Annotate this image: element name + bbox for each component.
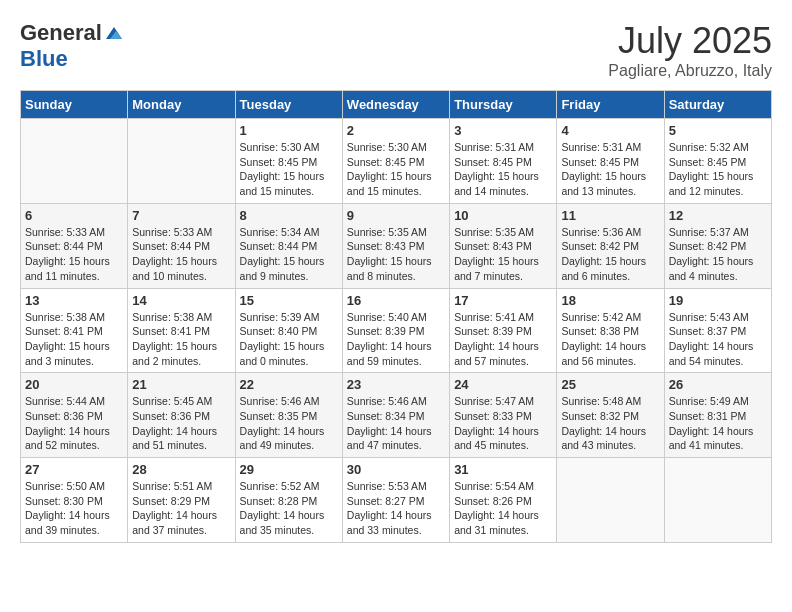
- calendar-cell: 30Sunrise: 5:53 AMSunset: 8:27 PMDayligh…: [342, 458, 449, 543]
- calendar-cell: 10Sunrise: 5:35 AMSunset: 8:43 PMDayligh…: [450, 203, 557, 288]
- day-info: Sunrise: 5:49 AMSunset: 8:31 PMDaylight:…: [669, 394, 767, 453]
- calendar-cell: 17Sunrise: 5:41 AMSunset: 8:39 PMDayligh…: [450, 288, 557, 373]
- title-section: July 2025 Pagliare, Abruzzo, Italy: [608, 20, 772, 80]
- calendar-cell: 29Sunrise: 5:52 AMSunset: 8:28 PMDayligh…: [235, 458, 342, 543]
- day-number: 19: [669, 293, 767, 308]
- day-info: Sunrise: 5:40 AMSunset: 8:39 PMDaylight:…: [347, 310, 445, 369]
- calendar-cell: 12Sunrise: 5:37 AMSunset: 8:42 PMDayligh…: [664, 203, 771, 288]
- logo: General Blue: [20, 20, 124, 72]
- calendar-cell: 19Sunrise: 5:43 AMSunset: 8:37 PMDayligh…: [664, 288, 771, 373]
- day-number: 15: [240, 293, 338, 308]
- calendar-week-row: 6Sunrise: 5:33 AMSunset: 8:44 PMDaylight…: [21, 203, 772, 288]
- day-number: 27: [25, 462, 123, 477]
- day-info: Sunrise: 5:38 AMSunset: 8:41 PMDaylight:…: [132, 310, 230, 369]
- calendar-cell: [21, 119, 128, 204]
- calendar-cell: 15Sunrise: 5:39 AMSunset: 8:40 PMDayligh…: [235, 288, 342, 373]
- day-number: 11: [561, 208, 659, 223]
- calendar-cell: 18Sunrise: 5:42 AMSunset: 8:38 PMDayligh…: [557, 288, 664, 373]
- calendar-cell: 7Sunrise: 5:33 AMSunset: 8:44 PMDaylight…: [128, 203, 235, 288]
- calendar-cell: 27Sunrise: 5:50 AMSunset: 8:30 PMDayligh…: [21, 458, 128, 543]
- day-info: Sunrise: 5:36 AMSunset: 8:42 PMDaylight:…: [561, 225, 659, 284]
- logo-blue-text: Blue: [20, 46, 68, 72]
- day-info: Sunrise: 5:37 AMSunset: 8:42 PMDaylight:…: [669, 225, 767, 284]
- day-number: 26: [669, 377, 767, 392]
- calendar-cell: [557, 458, 664, 543]
- calendar-week-row: 20Sunrise: 5:44 AMSunset: 8:36 PMDayligh…: [21, 373, 772, 458]
- day-info: Sunrise: 5:33 AMSunset: 8:44 PMDaylight:…: [132, 225, 230, 284]
- weekday-header: Thursday: [450, 91, 557, 119]
- calendar-cell: 26Sunrise: 5:49 AMSunset: 8:31 PMDayligh…: [664, 373, 771, 458]
- day-info: Sunrise: 5:35 AMSunset: 8:43 PMDaylight:…: [347, 225, 445, 284]
- calendar-cell: 28Sunrise: 5:51 AMSunset: 8:29 PMDayligh…: [128, 458, 235, 543]
- calendar-week-row: 27Sunrise: 5:50 AMSunset: 8:30 PMDayligh…: [21, 458, 772, 543]
- calendar-week-row: 1Sunrise: 5:30 AMSunset: 8:45 PMDaylight…: [21, 119, 772, 204]
- calendar-cell: 24Sunrise: 5:47 AMSunset: 8:33 PMDayligh…: [450, 373, 557, 458]
- calendar-cell: 1Sunrise: 5:30 AMSunset: 8:45 PMDaylight…: [235, 119, 342, 204]
- day-info: Sunrise: 5:42 AMSunset: 8:38 PMDaylight:…: [561, 310, 659, 369]
- day-number: 9: [347, 208, 445, 223]
- calendar-cell: 5Sunrise: 5:32 AMSunset: 8:45 PMDaylight…: [664, 119, 771, 204]
- day-number: 31: [454, 462, 552, 477]
- day-info: Sunrise: 5:41 AMSunset: 8:39 PMDaylight:…: [454, 310, 552, 369]
- day-info: Sunrise: 5:31 AMSunset: 8:45 PMDaylight:…: [454, 140, 552, 199]
- day-info: Sunrise: 5:52 AMSunset: 8:28 PMDaylight:…: [240, 479, 338, 538]
- calendar-cell: 6Sunrise: 5:33 AMSunset: 8:44 PMDaylight…: [21, 203, 128, 288]
- day-info: Sunrise: 5:46 AMSunset: 8:35 PMDaylight:…: [240, 394, 338, 453]
- day-number: 25: [561, 377, 659, 392]
- day-info: Sunrise: 5:33 AMSunset: 8:44 PMDaylight:…: [25, 225, 123, 284]
- calendar-cell: 16Sunrise: 5:40 AMSunset: 8:39 PMDayligh…: [342, 288, 449, 373]
- calendar-cell: 2Sunrise: 5:30 AMSunset: 8:45 PMDaylight…: [342, 119, 449, 204]
- day-number: 28: [132, 462, 230, 477]
- day-info: Sunrise: 5:38 AMSunset: 8:41 PMDaylight:…: [25, 310, 123, 369]
- day-number: 16: [347, 293, 445, 308]
- day-info: Sunrise: 5:34 AMSunset: 8:44 PMDaylight:…: [240, 225, 338, 284]
- day-info: Sunrise: 5:53 AMSunset: 8:27 PMDaylight:…: [347, 479, 445, 538]
- day-number: 6: [25, 208, 123, 223]
- day-number: 8: [240, 208, 338, 223]
- calendar-cell: 23Sunrise: 5:46 AMSunset: 8:34 PMDayligh…: [342, 373, 449, 458]
- calendar-cell: 9Sunrise: 5:35 AMSunset: 8:43 PMDaylight…: [342, 203, 449, 288]
- calendar-cell: 11Sunrise: 5:36 AMSunset: 8:42 PMDayligh…: [557, 203, 664, 288]
- calendar-cell: 3Sunrise: 5:31 AMSunset: 8:45 PMDaylight…: [450, 119, 557, 204]
- weekday-header: Monday: [128, 91, 235, 119]
- day-info: Sunrise: 5:45 AMSunset: 8:36 PMDaylight:…: [132, 394, 230, 453]
- calendar-cell: [128, 119, 235, 204]
- weekday-header: Friday: [557, 91, 664, 119]
- calendar-cell: 20Sunrise: 5:44 AMSunset: 8:36 PMDayligh…: [21, 373, 128, 458]
- calendar-cell: 31Sunrise: 5:54 AMSunset: 8:26 PMDayligh…: [450, 458, 557, 543]
- weekday-header: Saturday: [664, 91, 771, 119]
- day-info: Sunrise: 5:30 AMSunset: 8:45 PMDaylight:…: [347, 140, 445, 199]
- calendar-cell: 14Sunrise: 5:38 AMSunset: 8:41 PMDayligh…: [128, 288, 235, 373]
- day-number: 3: [454, 123, 552, 138]
- calendar-cell: 13Sunrise: 5:38 AMSunset: 8:41 PMDayligh…: [21, 288, 128, 373]
- page-header: General Blue July 2025 Pagliare, Abruzzo…: [20, 20, 772, 80]
- day-number: 5: [669, 123, 767, 138]
- day-info: Sunrise: 5:39 AMSunset: 8:40 PMDaylight:…: [240, 310, 338, 369]
- day-number: 18: [561, 293, 659, 308]
- weekday-header: Tuesday: [235, 91, 342, 119]
- calendar-cell: 21Sunrise: 5:45 AMSunset: 8:36 PMDayligh…: [128, 373, 235, 458]
- day-info: Sunrise: 5:47 AMSunset: 8:33 PMDaylight:…: [454, 394, 552, 453]
- calendar-table: SundayMondayTuesdayWednesdayThursdayFrid…: [20, 90, 772, 543]
- month-title: July 2025: [608, 20, 772, 62]
- day-info: Sunrise: 5:32 AMSunset: 8:45 PMDaylight:…: [669, 140, 767, 199]
- day-number: 22: [240, 377, 338, 392]
- day-number: 29: [240, 462, 338, 477]
- day-number: 2: [347, 123, 445, 138]
- logo-general-text: General: [20, 20, 102, 46]
- calendar-cell: 22Sunrise: 5:46 AMSunset: 8:35 PMDayligh…: [235, 373, 342, 458]
- calendar-header-row: SundayMondayTuesdayWednesdayThursdayFrid…: [21, 91, 772, 119]
- day-number: 17: [454, 293, 552, 308]
- calendar-week-row: 13Sunrise: 5:38 AMSunset: 8:41 PMDayligh…: [21, 288, 772, 373]
- day-info: Sunrise: 5:50 AMSunset: 8:30 PMDaylight:…: [25, 479, 123, 538]
- calendar-cell: 8Sunrise: 5:34 AMSunset: 8:44 PMDaylight…: [235, 203, 342, 288]
- day-info: Sunrise: 5:43 AMSunset: 8:37 PMDaylight:…: [669, 310, 767, 369]
- day-info: Sunrise: 5:31 AMSunset: 8:45 PMDaylight:…: [561, 140, 659, 199]
- calendar-cell: [664, 458, 771, 543]
- day-number: 12: [669, 208, 767, 223]
- calendar-cell: 4Sunrise: 5:31 AMSunset: 8:45 PMDaylight…: [557, 119, 664, 204]
- day-info: Sunrise: 5:54 AMSunset: 8:26 PMDaylight:…: [454, 479, 552, 538]
- day-info: Sunrise: 5:30 AMSunset: 8:45 PMDaylight:…: [240, 140, 338, 199]
- day-number: 30: [347, 462, 445, 477]
- calendar-cell: 25Sunrise: 5:48 AMSunset: 8:32 PMDayligh…: [557, 373, 664, 458]
